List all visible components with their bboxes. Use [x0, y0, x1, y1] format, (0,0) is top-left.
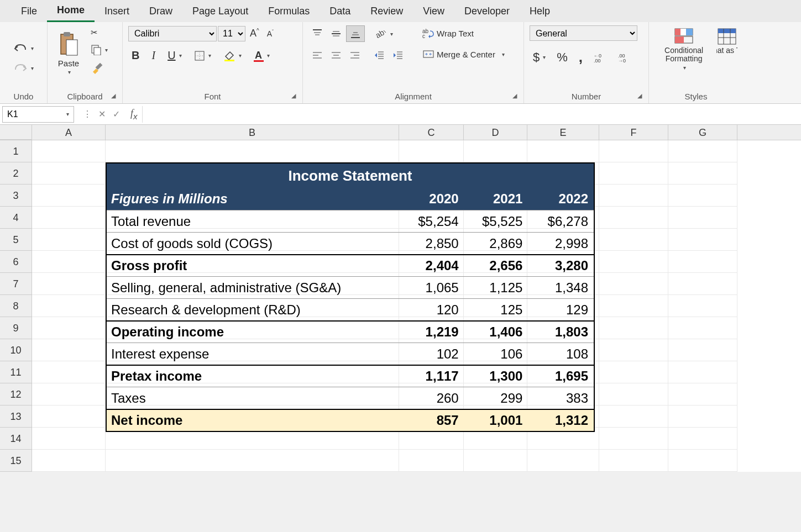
- row-header[interactable]: 3: [0, 185, 32, 207]
- menu-item-review[interactable]: Review: [360, 1, 413, 22]
- table-row[interactable]: Pretax income1,1171,3001,695: [107, 365, 594, 387]
- cell[interactable]: [32, 273, 106, 295]
- cell[interactable]: [599, 295, 668, 317]
- cell[interactable]: [32, 140, 106, 162]
- menu-item-insert[interactable]: Insert: [95, 1, 139, 22]
- menu-item-draw[interactable]: Draw: [139, 1, 182, 22]
- decrease-decimal-button[interactable]: .00→0: [615, 50, 635, 65]
- font-name-select[interactable]: Calibri: [128, 26, 217, 41]
- cell[interactable]: [32, 317, 106, 339]
- italic-button[interactable]: I: [148, 47, 159, 64]
- bold-button[interactable]: B: [128, 47, 143, 64]
- cell[interactable]: [668, 207, 737, 229]
- row-header[interactable]: 2: [0, 162, 32, 185]
- dialog-launcher-icon[interactable]: ◢: [637, 92, 645, 100]
- cell[interactable]: [32, 185, 106, 207]
- menu-item-formulas[interactable]: Formulas: [258, 1, 320, 22]
- cell[interactable]: [32, 251, 106, 273]
- select-all-corner[interactable]: [0, 125, 32, 140]
- cell[interactable]: [32, 405, 106, 428]
- increase-indent-button[interactable]: [389, 48, 407, 63]
- align-left-button[interactable]: [308, 48, 326, 63]
- cell[interactable]: [32, 207, 106, 229]
- row-header[interactable]: 13: [0, 405, 32, 428]
- cell[interactable]: [32, 450, 106, 472]
- table-row[interactable]: Net income8571,0011,312: [107, 409, 594, 431]
- column-header[interactable]: B: [106, 125, 399, 140]
- table-row[interactable]: Research & development (R&D)120125129: [107, 298, 594, 320]
- dialog-launcher-icon[interactable]: ◢: [111, 92, 119, 100]
- align-center-button[interactable]: [327, 48, 345, 63]
- row-header[interactable]: 7: [0, 273, 32, 295]
- formula-input[interactable]: [142, 106, 801, 123]
- align-middle-button[interactable]: [327, 26, 345, 41]
- cell[interactable]: [32, 162, 106, 185]
- font-color-button[interactable]: A▾: [250, 48, 273, 64]
- merge-center-button[interactable]: Merge & Center▾: [419, 46, 508, 62]
- dialog-launcher-icon[interactable]: ◢: [512, 92, 520, 100]
- cell[interactable]: [668, 251, 737, 273]
- cell[interactable]: [668, 229, 737, 251]
- column-header[interactable]: E: [527, 125, 599, 140]
- cell[interactable]: [106, 140, 399, 162]
- row-header[interactable]: 8: [0, 295, 32, 317]
- row-header[interactable]: 14: [0, 428, 32, 450]
- row-header[interactable]: 10: [0, 339, 32, 361]
- font-size-select[interactable]: 11: [218, 26, 245, 41]
- increase-decimal-button[interactable]: ←0.00: [590, 50, 610, 65]
- cell[interactable]: [399, 140, 464, 162]
- cell[interactable]: [668, 405, 737, 428]
- menu-item-file[interactable]: File: [11, 1, 47, 22]
- cell[interactable]: [599, 185, 668, 207]
- row-header[interactable]: 9: [0, 317, 32, 339]
- cell[interactable]: [599, 162, 668, 185]
- cell[interactable]: [399, 450, 464, 472]
- enter-icon[interactable]: ✓: [109, 109, 123, 119]
- cell[interactable]: [668, 185, 737, 207]
- cell[interactable]: [668, 428, 737, 450]
- cell[interactable]: [464, 140, 527, 162]
- comma-format-button[interactable]: ,: [575, 46, 586, 68]
- cell[interactable]: [599, 405, 668, 428]
- cell[interactable]: [32, 339, 106, 361]
- cell[interactable]: [599, 428, 668, 450]
- cut-button[interactable]: ✂: [87, 25, 111, 40]
- cell[interactable]: [668, 383, 737, 405]
- cell[interactable]: [668, 339, 737, 361]
- cell[interactable]: [599, 273, 668, 295]
- cell[interactable]: [599, 207, 668, 229]
- menu-item-help[interactable]: Help: [520, 1, 560, 22]
- cell[interactable]: [599, 361, 668, 383]
- cell[interactable]: [668, 295, 737, 317]
- cell[interactable]: [668, 162, 737, 185]
- row-header[interactable]: 11: [0, 361, 32, 383]
- number-format-select[interactable]: General: [530, 25, 637, 41]
- orientation-button[interactable]: ab▾: [371, 26, 396, 41]
- cancel-icon[interactable]: ✕: [95, 109, 108, 119]
- table-row[interactable]: Interest expense102106108: [107, 343, 594, 365]
- cell[interactable]: [599, 450, 668, 472]
- cell[interactable]: [527, 140, 599, 162]
- fill-color-button[interactable]: ▾: [220, 48, 245, 64]
- align-bottom-button[interactable]: [346, 25, 365, 42]
- menu-item-home[interactable]: Home: [47, 0, 95, 22]
- menu-item-developer[interactable]: Developer: [454, 1, 520, 22]
- table-row[interactable]: Operating income1,2191,4061,803: [107, 320, 594, 343]
- row-header[interactable]: 5: [0, 229, 32, 251]
- column-header[interactable]: F: [599, 125, 668, 140]
- cell[interactable]: [668, 450, 737, 472]
- wrap-text-button[interactable]: abcWrap Text: [419, 25, 508, 41]
- cell[interactable]: [32, 361, 106, 383]
- name-box[interactable]: K1 ▾: [2, 106, 74, 123]
- borders-button[interactable]: ▾: [191, 48, 214, 64]
- dialog-launcher-icon[interactable]: ◢: [291, 92, 299, 100]
- cell[interactable]: [599, 229, 668, 251]
- undo-button[interactable]: ▾: [10, 41, 37, 56]
- cell[interactable]: [599, 251, 668, 273]
- copy-button[interactable]: ▾: [87, 42, 111, 57]
- menu-item-page-layout[interactable]: Page Layout: [182, 1, 258, 22]
- column-header[interactable]: C: [399, 125, 464, 140]
- row-header[interactable]: 15: [0, 450, 32, 472]
- cell[interactable]: [599, 317, 668, 339]
- increase-font-button[interactable]: A^: [247, 25, 263, 41]
